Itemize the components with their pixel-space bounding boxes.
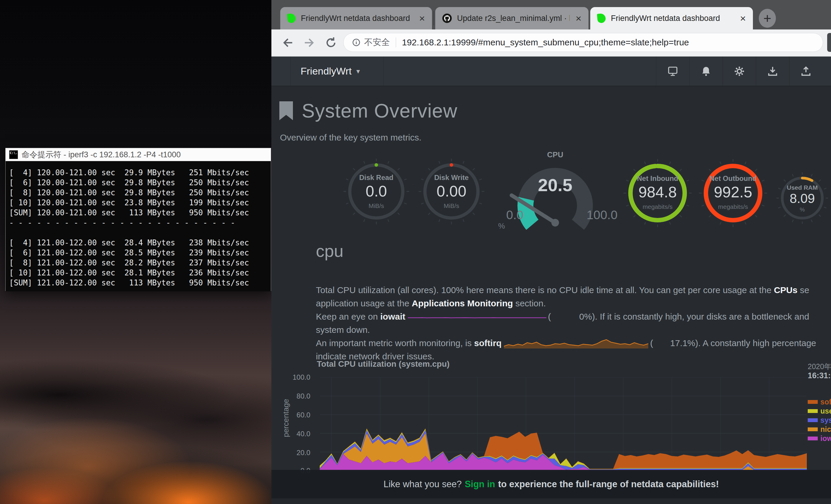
gauge-label: Net Outbound [698,174,768,183]
cpu-section-heading: cpu [316,241,344,261]
gauge-value: 992.5 [698,183,768,201]
import-button[interactable] [756,57,789,86]
legend-user[interactable]: user [808,407,831,415]
gauge-cpu-max: 100.0 [581,208,623,222]
tab-label: Update r2s_lean_minimal.yml · k [457,14,570,23]
y-tick: 20.0 [277,449,310,457]
signin-text: to experience the full-range of netdata … [498,479,719,490]
netdata-header: FriendlyWrt ▾ [271,57,831,86]
gauge-label: Disk Write [418,174,485,182]
host-dropdown[interactable]: FriendlyWrt ▾ [290,57,384,86]
legend-iowait[interactable]: iowait [808,434,831,442]
cpu-help-line-3: Keep an eye on iowait(0%). If it is cons… [316,310,809,323]
gear-icon [734,65,745,77]
page-bottom-strip [271,498,831,504]
terminal-titlebar[interactable]: C:\. 命令提示符 - iperf3 -c 192.168.1.2 -P4 -… [6,148,271,161]
tab-close-icon[interactable]: × [575,13,581,23]
chart-title: Total CPU utilization (system.cpu) [317,359,450,369]
tab-label: FriendlyWrt netdata dashboard [301,14,410,23]
gauge-label: Net Inbound [623,174,692,183]
upload-icon [800,65,812,77]
gauge-cpu-min: 0.0 [497,208,533,222]
cpus-link[interactable]: CPUs [774,285,797,295]
gauge-unit: megabits/s [623,203,692,210]
github-icon [442,13,452,23]
tab-divider [433,11,434,25]
gauge-cpu-value: 20.5 [505,175,605,195]
tab-netdata-1[interactable]: FriendlyWrt netdata dashboard × [280,7,432,29]
signin-link[interactable]: Sign in [465,479,495,490]
netdata-shield-icon [287,13,296,23]
gauge-unit: megabits/s [698,203,768,210]
cmd-icon: C:\. [9,150,18,159]
tab-label: FriendlyWrt netdata dashboard [611,14,720,23]
legend-swatch [808,409,818,413]
gauge-value: 8.09 [776,191,828,206]
gauge-value: 984.8 [623,183,692,201]
security-chip[interactable]: 不安全 [364,36,390,48]
alarms-button[interactable] [689,57,722,86]
bell-icon [700,65,712,77]
settings-button[interactable] [722,57,756,86]
legend-swatch [808,418,818,422]
new-tab-button[interactable]: + [759,9,776,28]
gauge-value: 0.0 [342,182,410,200]
url-text[interactable]: 192.168.2.1:19999/#menu_system_submenu_c… [402,37,689,48]
terminal-window[interactable]: C:\. 命令提示符 - iperf3 -c 192.168.1.2 -P4 -… [5,148,271,291]
iowait-sparkline[interactable] [408,314,546,319]
info-icon[interactable] [352,38,361,47]
gauge-cpu-label: CPU [505,150,605,159]
gauge-unit: MiB/s [342,202,410,209]
gauge-disk-read[interactable]: Disk Read 0.0 MiB/s [342,157,410,225]
gauge-disk-write[interactable]: Disk Write 0.00 MiB/s [418,157,485,225]
legend-system[interactable]: system [808,416,831,424]
screen: C:\. 命令提示符 - iperf3 -c 192.168.1.2 -P4 -… [0,0,831,504]
applications-monitoring-link[interactable]: Applications Monitoring [412,298,513,308]
gauge-label: Disk Read [342,174,410,182]
forward-button[interactable] [300,34,318,52]
page-title: System Overview [302,99,457,122]
extension-button-cut[interactable] [827,33,831,52]
tab-close-icon[interactable]: × [740,13,746,23]
reload-button[interactable] [322,34,340,52]
print-mode-button[interactable] [656,57,689,86]
tab-netdata-2-active[interactable]: FriendlyWrt netdata dashboard × [590,7,753,29]
legend-softirq[interactable]: softirq [808,398,831,406]
cpu-utilization-chart[interactable] [320,377,807,471]
cpu-help-line-1: Total CPU utilization (all cores). 100% … [316,284,809,297]
gauge-net-outbound[interactable]: Net Outbound 992.5 megabits/s [698,158,768,228]
gauge-value: 0.00 [418,182,485,200]
export-button[interactable] [789,57,823,86]
legend-nice[interactable]: nice [808,425,831,433]
gauge-used-ram[interactable]: Used RAM 8.09 % [776,172,828,224]
legend-swatch [808,400,818,404]
page-subtitle: Overview of the key system metrics. [280,132,421,143]
tab-strip: FriendlyWrt netdata dashboard × Update r… [271,0,831,29]
host-name: FriendlyWrt [300,65,351,77]
gauge-label: Used RAM [776,184,828,191]
gauge-cpu[interactable] [505,161,605,238]
chevron-down-icon: ▾ [356,67,360,76]
y-axis-label: percentage [281,387,291,449]
cpu-help-line-5: An important metric worth monitoring, is… [316,336,816,350]
softirq-sparkline[interactable] [504,337,648,349]
monitor-icon [666,65,679,78]
tab-github[interactable]: Update r2s_lean_minimal.yml · k × [435,7,589,29]
back-button[interactable] [279,34,297,52]
terminal-output[interactable]: [ 4] 120.00-121.00 sec 29.9 MBytes 251 M… [6,161,271,291]
chart-time: 16:31:2 [808,371,831,380]
bookmark-icon [279,101,293,120]
netdata-shield-icon [597,13,606,23]
gauge-unit: % [776,207,828,213]
download-icon [767,65,778,77]
y-tick: 100.0 [277,373,310,382]
terminal-title: 命令提示符 - iperf3 -c 192.168.1.2 -P4 -t1000 [22,149,181,160]
gauge-net-inbound[interactable]: Net Inbound 984.8 megabits/s [623,158,692,228]
cpu-help-line-4: system down. [316,323,370,336]
address-bar[interactable]: 不安全 192.168.2.1:19999/#menu_system_subme… [343,33,823,52]
chip-divider [396,37,396,48]
section-header: System Overview [279,99,457,122]
tab-close-icon[interactable]: × [419,13,425,23]
legend-swatch [808,437,818,440]
gauge-cpu-unit: % [494,221,509,231]
